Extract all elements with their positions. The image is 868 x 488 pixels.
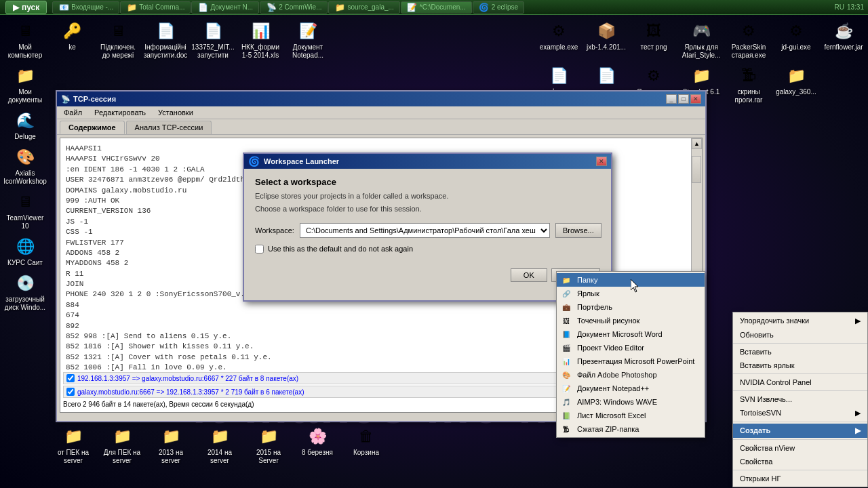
popup-sep4 (733, 422, 867, 422)
icon-trash[interactable]: 🗑 Корзина (343, 424, 389, 466)
icon-dlya-pek[interactable]: 📁 Для ПЕК на server (99, 424, 145, 466)
taskbar-item-source[interactable]: 📁 source_gala_... (328, 1, 399, 14)
video-ctx-icon: 🎬 (561, 342, 572, 353)
taskbar-item-email[interactable]: 📧 Входящие -... (52, 1, 119, 14)
popup-refresh[interactable]: Обновить (733, 328, 867, 342)
icon-ataristyle[interactable]: 🎮 Ярлык для Atari_Style... (678, 19, 724, 61)
icon-fernflower[interactable]: ☕ fernflower.jar (821, 19, 867, 61)
icon-info[interactable]: 📄 Інформаційні запустити.doc (142, 19, 189, 61)
desktop-icons-left: 🖥 Мой компьютер 📁 Мои документы 🌊 Deluge… (1, 19, 49, 313)
status-checkbox-1[interactable] (66, 374, 75, 382)
menu-file[interactable]: Файл (61, 108, 85, 117)
popup-paste[interactable]: Вставить (733, 345, 867, 359)
browse-button[interactable]: Browse... (555, 223, 601, 238)
kurs-icon: 🌐 (14, 236, 36, 258)
popup-paste-link[interactable]: Вставить ярлык (733, 359, 867, 372)
default-checkbox-row: Use this as the default and do not ask a… (255, 245, 600, 253)
popup-ng[interactable]: Открыки НГ (733, 472, 867, 485)
minimize-button[interactable]: _ (666, 94, 677, 104)
workspace-path-select[interactable]: C:\Documents and Settings\Администратор\… (300, 223, 550, 238)
ctx-item-zip[interactable]: 🗜 Сжатая ZIP-папка (557, 422, 705, 436)
workspace-titlebar: 🌀 Workspace Launcher ✕ (244, 154, 611, 169)
trash-icon: 🗑 (355, 426, 377, 447)
icon-teamviewer[interactable]: 🖥 TeamViewer 10 (1, 190, 49, 232)
close-button[interactable]: ✕ (690, 94, 701, 104)
icon-axialis[interactable]: 🎨 Axialis IconWorkshop (1, 145, 49, 187)
email-icon: 📧 (58, 2, 69, 13)
icon-nkk[interactable]: 📊 НКК_форми 1-5 2014.xls (237, 19, 284, 61)
icon-ot-pek[interactable]: 📁 от ПЕК на server (50, 424, 96, 466)
briefcase-ctx-icon: 💼 (561, 302, 572, 312)
taskbar-item-eclipse[interactable]: 🌀 2 eclipse (473, 1, 524, 14)
ctx-item-aimp[interactable]: 🎵 AIMP3: Windows WAVE (557, 395, 705, 409)
ke-icon: 🔑 (62, 20, 83, 42)
status-checkbox-2[interactable] (66, 388, 75, 396)
popup-svn[interactable]: SVN Извлечь... (733, 392, 867, 406)
dialog-close-button[interactable]: ✕ (596, 157, 607, 166)
tcp-title: 📡 TCP-сессия (61, 95, 116, 104)
workspace-label: Workspace: (255, 226, 294, 235)
workspace-desc2: Choose a workspace folder to use for thi… (255, 204, 600, 214)
popup-create[interactable]: Создать ▶ (733, 424, 867, 438)
icon-my-docs[interactable]: 📁 Мои документы (1, 64, 49, 106)
icon-my-computer[interactable]: 🖥 Мой компьютер (1, 19, 49, 61)
example-icon: ⚙ (548, 20, 570, 42)
popup-sort[interactable]: Упорядочить значки ▶ (733, 314, 867, 328)
ctx-item-briefcase[interactable]: 💼 Портфель (557, 300, 705, 314)
icon-example[interactable]: ⚙ example.exe (536, 19, 582, 61)
packerskin-icon: ⚙ (738, 20, 760, 42)
icon-notepad[interactable]: 📝 Документ Notepad... (284, 19, 332, 61)
ctx-item-bitmap[interactable]: 🖼 Точечный рисунок (557, 314, 705, 327)
icon-network[interactable]: 🖥 Підключен. до мережі (94, 19, 142, 61)
ctx-item-excel[interactable]: 📗 Лист Microsoft Excel (557, 409, 705, 422)
ctx-item-word[interactable]: 📘 Документ Microsoft Word (557, 327, 705, 341)
top-taskbar: ▶ пуск 📧 Входящие -... 📁 Total Comma... … (0, 0, 868, 15)
icon-galaxy360[interactable]: 📁 galaxy_360... (773, 64, 819, 114)
icon-kurs[interactable]: 🌐 КУРС Саит (1, 235, 49, 268)
icon-2015[interactable]: 📁 2015 на Server (245, 424, 292, 466)
scroll-thumb[interactable] (692, 156, 701, 183)
icon-disk[interactable]: 💿 загрузочный диск Windo... (1, 271, 49, 313)
ctx-item-folder[interactable]: 📁 Папку (557, 273, 705, 287)
icon-mit[interactable]: 📄 133752_МIT... запустити (189, 19, 237, 61)
menu-settings[interactable]: Установки (155, 108, 196, 117)
default-checkbox-label: Use this as the default and do not ask a… (268, 245, 413, 253)
taskbar-item-comm[interactable]: 📡 2 CommWie... (260, 1, 328, 14)
ctx-item-shortcut[interactable]: 🔗 Ярлык (557, 287, 705, 300)
ctx-item-notepad[interactable]: 📝 Документ Notepad++ (557, 382, 705, 395)
bitmap-ctx-icon: 🖼 (561, 315, 572, 326)
icon-jdgui[interactable]: ⚙ jd-gui.exe (773, 19, 819, 61)
ctx-item-video[interactable]: 🎬 Проект Video Editor (557, 341, 705, 354)
taskbar-item-doc[interactable]: 📄 Документ N... (191, 1, 259, 14)
folder-ctx-icon: 📁 (561, 274, 572, 285)
icon-deluge[interactable]: 🌊 Deluge (1, 108, 49, 142)
popup-properties[interactable]: Свойства (733, 455, 867, 468)
ctx-item-ppt[interactable]: 📊 Презентация Microsoft PowerPoint (557, 354, 705, 368)
doc2-icon: 📝 (407, 2, 418, 13)
ctx-item-photoshop[interactable]: 🎨 Файл Adobe Photoshop (557, 368, 705, 382)
nkk-icon: 📊 (250, 20, 271, 42)
popup-tortoise[interactable]: TortoiseSVN ▶ (733, 406, 867, 420)
ok-button[interactable]: OK (511, 268, 547, 282)
icon-testpng[interactable]: 🖼 тест png (631, 19, 677, 61)
taskbar-item-doc2[interactable]: 📝 *C:\Documen... (401, 1, 472, 14)
menu-edit[interactable]: Редактировать (92, 108, 149, 117)
start-button[interactable]: ▶ пуск (5, 1, 47, 14)
default-checkbox[interactable] (255, 245, 264, 253)
taskbar-right: RU 13:31 (831, 3, 868, 11)
icon-2014[interactable]: 📁 2014 на server (197, 424, 243, 466)
popup-nview[interactable]: Свойства nView (733, 441, 867, 455)
icon-2013[interactable]: 📁 2013 на server (148, 424, 194, 466)
icon-scrins[interactable]: 🗜 скрины проги.rar (726, 64, 772, 114)
icon-packerskin[interactable]: ⚙ PackerSkin старая.exe (726, 19, 772, 61)
icon-jxb[interactable]: 📦 jxb-1.4.201... (583, 19, 629, 61)
taskbar-item-totalcmd[interactable]: 📁 Total Comma... (120, 1, 191, 14)
scroll-up-button[interactable]: ▲ (692, 138, 702, 149)
eclipse-icon: 🌀 (479, 2, 490, 13)
tab-analysis[interactable]: Анализ TCP-сессии (126, 121, 212, 134)
maximize-button[interactable]: □ (678, 94, 689, 104)
tab-content[interactable]: Содержимое (60, 121, 125, 134)
popup-nvidia[interactable]: NVIDIA Control Panel (733, 375, 867, 389)
icon-ke[interactable]: 🔑 ke (50, 19, 94, 61)
icon-8march[interactable]: 🌸 8 березня (294, 424, 340, 466)
